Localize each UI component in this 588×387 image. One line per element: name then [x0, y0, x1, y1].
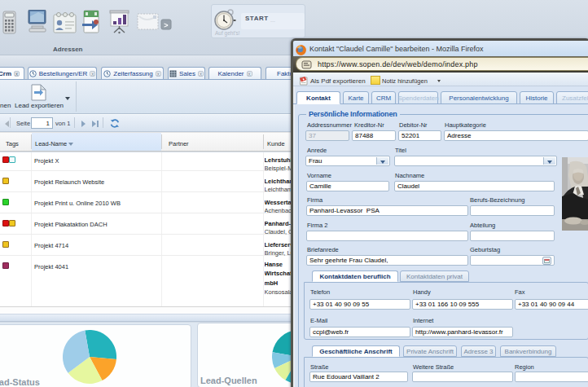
- svg-text:>: >: [164, 21, 168, 29]
